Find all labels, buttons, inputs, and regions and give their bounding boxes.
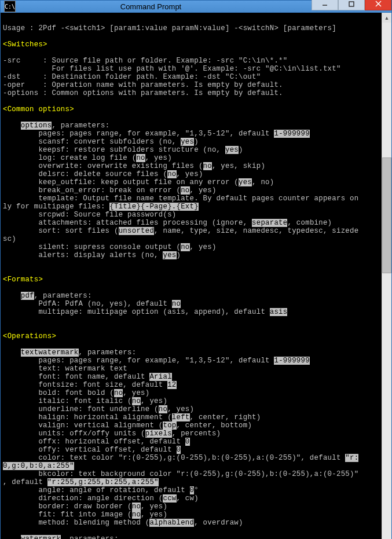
common-options-header: <Common options> — [3, 105, 74, 113]
scroll-thumb[interactable] — [382, 157, 391, 273]
tw-color-def-2: 0,g:0,b:0,a:255" — [3, 462, 74, 470]
opt-boe: break_on_error: break on error ( — [3, 186, 181, 195]
tw-fontsize-def: 12 — [167, 381, 176, 389]
client-area: Usage : 2Pdf -<switch1> [param1:value pa… — [1, 13, 391, 539]
tw-bold-def: no — [114, 389, 123, 397]
tw-direction-def: ccw — [163, 494, 176, 503]
minimize-button[interactable] — [312, 0, 338, 10]
opt-srcpwd: srcpwd: Source file password(s) — [3, 211, 177, 219]
fmt-pdfa: PdfA: PdfA (no, yes), default — [3, 300, 172, 308]
tw-bkcolor-1: bkcolor: text background color "r:(0-255… — [3, 470, 358, 478]
opt-delsrc: delsrc: delete source files ( — [3, 170, 167, 178]
tw-method-def: alphablend — [149, 519, 194, 527]
tw-units: units: offx/offy units ( — [3, 430, 145, 438]
maximize-button[interactable] — [338, 0, 365, 10]
opt-pages-def: 1-999999 — [274, 130, 309, 138]
command-prompt-window: C:\ Command Prompt Usage : 2Pdf -<switch… — [0, 0, 392, 539]
terminal-output[interactable]: Usage : 2Pdf -<switch1> [param1:value pa… — [1, 13, 382, 539]
switch-oper: -oper : Operation name with parameters. … — [3, 81, 283, 89]
usage-line: Usage : 2Pdf -<switch1> [param1:value pa… — [3, 24, 336, 32]
pdf-title: pdf — [21, 292, 34, 300]
opt-keepout: keep_outfile: keep output file on any er… — [3, 178, 239, 186]
opt-scansf: scansf: convert subfolders (no, — [3, 138, 181, 146]
opt-delsrc-def: no — [167, 170, 176, 178]
tw-bkcolor-2a: , default — [3, 478, 47, 486]
opt-log-def: no — [136, 154, 145, 162]
tw-method: method: blending method ( — [3, 519, 149, 527]
opt-sort: sort: sort files ( — [3, 227, 119, 235]
opt-keepsf-def: yes — [225, 146, 239, 154]
app-icon: C:\ — [4, 1, 16, 12]
tw-border: border: draw border ( — [3, 503, 132, 511]
switch-dst: -dst : Destination folder path. Example:… — [3, 73, 261, 81]
fmt-pdfa-def: no — [172, 300, 181, 308]
tw-bold: bold: font bold ( — [3, 389, 114, 397]
tw-underline-def: no — [159, 405, 167, 413]
window-title: Command Prompt — [19, 2, 312, 11]
pdf-params-label: , parameters: — [34, 292, 92, 300]
operations-header: <Operations> — [3, 332, 56, 340]
tw-border-def: no — [132, 503, 141, 511]
formats-header: <Formats> — [3, 276, 43, 284]
tw-offx: offx: horizontal offset, default — [3, 438, 185, 446]
tw-font-def: Arial — [149, 373, 171, 381]
opt-alerts-def: yes — [163, 251, 176, 259]
tw-fontsize: fontsize: font size, default — [3, 381, 167, 389]
minimize-icon — [322, 1, 328, 7]
tw-angle: angle: angle of rotation, default — [3, 486, 190, 494]
opt-attach: attachments: attached files processing (… — [3, 219, 252, 227]
opt-sort-2: sc) — [3, 235, 16, 243]
tw-valign-def: top — [163, 421, 176, 430]
opt-overwrite-def: no — [203, 162, 212, 170]
vertical-scrollbar[interactable]: ▲ ▼ — [382, 13, 391, 539]
tw-valign: valign: vertical alignment ( — [3, 421, 163, 430]
opt-template-1: template: Output file name template. By … — [3, 195, 358, 203]
tw-offx-def: 0 — [185, 438, 190, 446]
opt-keepsf: keepsf: restore subfolders structure (no… — [3, 146, 225, 154]
opt-boe-def: no — [181, 186, 189, 195]
fmt-multipage: multipage: multipage option (asis, appen… — [3, 308, 270, 316]
opt-silent: silent: supress console output ( — [3, 243, 181, 251]
textwatermark-title: textwatermark — [21, 349, 79, 357]
fmt-multipage-def: asis — [270, 308, 288, 316]
tw-offy-def: 0 — [177, 446, 181, 454]
close-icon — [375, 1, 382, 7]
watermark-title: watermark — [21, 535, 61, 539]
wm-params-label: , parameters: — [61, 535, 119, 539]
opt-pages: pages: pages range, for example, "1,3,5-… — [3, 130, 274, 138]
opt-sort-def: unsorted — [119, 227, 154, 235]
titlebar[interactable]: C:\ Command Prompt — [1, 1, 391, 13]
tw-color-1: color: text color "r:(0-255),g:(0-255),b… — [3, 454, 345, 462]
opt-overwrite: overwrite: overwrite existing files ( — [3, 162, 203, 170]
tw-font: font: font name, default — [3, 373, 149, 381]
opt-scansf-def: yes — [181, 138, 194, 146]
opt-template-2a: ly for multipage files: — [3, 203, 109, 211]
opt-attach-def: separate — [252, 219, 287, 227]
tw-pages: pages: pages range, for example, "1,3,5-… — [3, 357, 274, 365]
opt-log: log: create log file ( — [3, 154, 136, 162]
tw-italic: italic: font italic ( — [3, 397, 132, 405]
maximize-icon — [349, 1, 354, 7]
opt-alerts: alerts: display alerts (no, — [3, 251, 163, 259]
tw-fit-def: no — [132, 511, 141, 519]
tw-halign: halign: horizontal alignment ( — [3, 413, 172, 421]
tw-underline: underline: font underline ( — [3, 405, 159, 413]
opt-silent-def: no — [181, 243, 189, 251]
switches-header: <Switches> — [3, 41, 47, 49]
scroll-up-arrow[interactable]: ▲ — [382, 13, 391, 23]
svg-rect-1 — [349, 2, 354, 6]
tw-color-def-1: "r: — [345, 454, 358, 462]
tw-pages-def: 1-999999 — [274, 357, 309, 365]
tw-offy: offy: vertical offset, default — [3, 446, 177, 454]
tw-bkcolor-def: "r:255,g:255,b:255,a:255" — [47, 478, 159, 486]
tw-halign-def: left — [172, 413, 190, 421]
opt-keepout-def: yes — [239, 178, 252, 186]
params-label: , parameters: — [52, 122, 109, 130]
tw-params-label: , parameters: — [79, 349, 137, 357]
opt-template-def: {Title}{-Page}.{Ext} — [109, 203, 199, 211]
options-title: options — [21, 122, 52, 130]
close-button[interactable] — [365, 0, 391, 10]
switch-src: -src : Source file path or folder. Examp… — [3, 57, 287, 65]
switch-options: -options : Common options with parameter… — [3, 89, 283, 97]
tw-units-def: pixels — [145, 430, 172, 438]
